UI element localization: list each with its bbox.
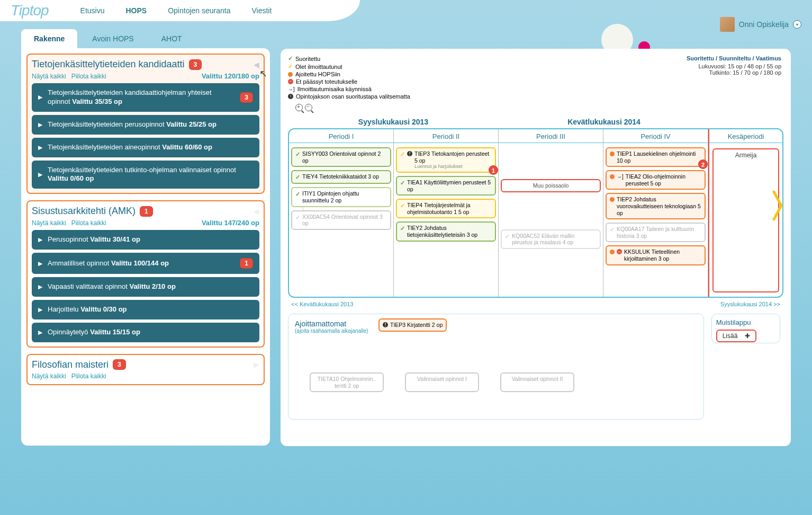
program-sisustus: Sisustusarkkitehti (AMK) 1 ◀ Näytä kaikk… <box>26 200 265 348</box>
selected-count: Valittu 147/240 op <box>202 219 259 227</box>
item-badge: 3 <box>240 92 253 103</box>
summer-content[interactable]: Armeija <box>712 148 779 292</box>
unscheduled-panel: Ajoittamattomat (ajoita raahaamalla aika… <box>288 314 704 420</box>
stats: Suoritettu / Suunniteltu / Vaatimus Luku… <box>687 55 781 76</box>
expand-icon: ▶ <box>38 260 42 267</box>
semester-spring: Kevätlukukausi 2014 <box>499 116 709 128</box>
course-badge: 2 <box>698 159 708 169</box>
expand-icon: ▶ <box>38 171 42 178</box>
unscheduled-course[interactable]: TIETA10 Ohjelmoinnin.. tentti 2 op <box>310 372 384 392</box>
show-all-link[interactable]: Näytä kaikki <box>32 219 66 227</box>
nav-etusivu[interactable]: Etusivu <box>80 6 105 15</box>
show-all-link[interactable]: Näytä kaikki <box>32 73 66 80</box>
nav-hops[interactable]: HOPS <box>126 6 147 15</box>
period-3: Periodi III Muu poissaolo✓KQ00AC52 Elävä… <box>499 129 603 297</box>
user-badge[interactable]: Onni Opiskelija ▾ <box>720 17 801 32</box>
course-card[interactable]: ✓!TIEP3 Tietokantojen perusteet 5 opLuen… <box>396 147 496 173</box>
period-summer: Kesäperiodi Armeija <box>708 129 782 297</box>
expand-icon: ▶ <box>38 94 42 101</box>
course-card[interactable]: ✓KQ00AA17 Taiteen ja kulttuurin historia… <box>606 223 706 242</box>
program-item[interactable]: ▶Ammatilliset opinnot Valittu 100/144 op… <box>32 253 259 274</box>
app-logo: Tiptop <box>11 2 49 19</box>
program-item[interactable]: ▶Harjoittelu Valittu 0/30 op <box>32 300 259 319</box>
avatar <box>720 17 735 32</box>
tab-avoin-hops[interactable]: Avoin HOPS <box>79 29 146 48</box>
course-card[interactable]: Muu poissaolo <box>501 179 601 192</box>
expand-icon: ▶ <box>38 306 42 313</box>
nav-seuranta[interactable]: Opintojen seuranta <box>168 6 230 15</box>
username: Onni Opiskelija <box>739 20 789 29</box>
item-badge: 1 <box>240 258 253 269</box>
course-card[interactable]: ✓TIEY2 Johdatus tietojenkäsittelytieteis… <box>396 221 496 241</box>
course-badge: 1 <box>489 165 498 175</box>
period-2: Periodi II ✓!TIEP3 Tietokantojen peruste… <box>394 129 499 297</box>
expand-icon: ▶ <box>38 283 42 290</box>
course-card[interactable]: ✓TIEA1 Käyttöliittymien perusteet 5 op <box>396 176 496 196</box>
calendar-panel: ✓Suoritettu ✓Olet ilmoittautunut Ajoitet… <box>281 49 791 446</box>
course-card[interactable]: TIEP1 Lausekielinen ohjelmointi 10 op2 <box>606 147 706 167</box>
program-kandidaatti: Tietojenkäsittelytieteiden kandidaatti 3… <box>26 54 265 194</box>
cursor-icon: ↖ <box>259 68 267 79</box>
course-card[interactable]: −KKSULUK Tieteellinen kirjoittaminen 3 o… <box>606 245 706 265</box>
program-item[interactable]: ▶Vapaasti valittavat opinnot Valittu 2/1… <box>32 277 259 297</box>
program-badge: 3 <box>113 359 126 370</box>
program-item[interactable]: ▶Opinnäytetyö Valittu 15/15 op <box>32 323 259 342</box>
course-card[interactable]: ✓XX00AC54 Orientoivat opinnot 3 op <box>291 210 391 230</box>
unscheduled-course[interactable]: Valinnaiset opinnot II <box>500 372 574 392</box>
tab-ahot[interactable]: AHOT <box>149 29 195 48</box>
course-card[interactable]: →]TIEA2 Olio-ohjelmoinnin perusteet 5 op <box>606 170 706 190</box>
collapse-icon[interactable]: ▶ <box>254 360 259 369</box>
program-item[interactable]: ▶Tietojenkäsittelytieteiden aineopinnot … <box>32 138 259 157</box>
program-badge: 3 <box>189 59 202 70</box>
selected-count: Valittu 120/180 op <box>202 72 259 80</box>
prev-semester-link[interactable]: << Kevätlukukausi 2013 <box>291 301 353 307</box>
program-badge: 1 <box>140 206 153 217</box>
show-all-link[interactable]: Näytä kaikki <box>32 372 66 380</box>
tab-rakenne[interactable]: Rakenne <box>21 29 77 48</box>
period-1: Periodi I ✓SISYY003 Orientoivat opinnot … <box>289 129 394 297</box>
course-card[interactable]: TIEP2 Johdatus vuorovaikutteiseen teknol… <box>606 193 706 219</box>
program-title: Filosofian maisteri <box>32 359 109 370</box>
user-dropdown-icon[interactable]: ▾ <box>793 20 801 29</box>
note-panel: Muistilappu Lisää✚ <box>711 314 780 343</box>
warning-icon: ! <box>407 151 412 156</box>
semester-autumn: Syyslukukausi 2013 <box>288 116 499 128</box>
course-card[interactable]: ✓KQ00AC52 Elävän mallin piirustus ja maa… <box>501 229 601 249</box>
course-card[interactable]: ✓TIEY4 Tietotekniikkataidot 3 op <box>291 170 391 184</box>
program-title: Sisustusarkkitehti (AMK) <box>32 206 136 217</box>
hide-all-link[interactable]: Piilota kaikki <box>71 372 106 380</box>
hide-all-link[interactable]: Piilota kaikki <box>71 219 106 227</box>
course-card[interactable]: ✓ITIY1 Opintojen ohjattu suunnittelu 2 o… <box>291 187 391 207</box>
zoom-controls[interactable] <box>295 104 783 113</box>
hide-all-link[interactable]: Piilota kaikki <box>71 73 106 80</box>
top-nav: Etusivu HOPS Opintojen seuranta Viestit <box>80 6 272 15</box>
warning-icon: ! <box>383 322 388 327</box>
course-card[interactable]: !TIEP3 Kirjatentti 2 op <box>378 318 447 332</box>
program-item[interactable]: ▶Tietojenkäsittelytieteiden perusopinnot… <box>32 115 259 135</box>
program-item[interactable]: ▶Tietojenkäsittelytieteiden tutkinto-ohj… <box>32 161 259 189</box>
expand-icon: ▶ <box>38 236 42 243</box>
expand-icon: ▶ <box>38 329 42 336</box>
zoom-out-icon[interactable] <box>305 104 312 111</box>
structure-panel: Tietojenkäsittelytieteiden kandidaatti 3… <box>21 48 270 446</box>
zoom-in-icon[interactable] <box>295 104 303 111</box>
denied-icon: − <box>617 249 622 254</box>
unscheduled-course[interactable]: Valinnaiset opinnot I <box>405 372 479 392</box>
expand-icon: ▶ <box>38 144 42 151</box>
collapse-icon[interactable]: ◀ <box>254 60 259 69</box>
period-4: Periodi IV TIEP1 Lausekielinen ohjelmoin… <box>603 129 708 297</box>
add-note-button[interactable]: Lisää✚ <box>716 330 757 342</box>
next-semester-link[interactable]: Syyslukukausi 2014 >> <box>720 301 780 307</box>
nav-viestit[interactable]: Viestit <box>252 6 272 15</box>
plus-icon: ✚ <box>745 332 750 340</box>
calendar-next-icon[interactable] <box>772 190 784 226</box>
course-card[interactable]: ✓TIEP4 Tietojärjestelmät ja ohjelmistotu… <box>396 199 496 218</box>
course-card[interactable]: ✓SISYY003 Orientoivat opinnot 2 op <box>291 147 391 167</box>
expand-icon: ▶ <box>38 121 42 128</box>
program-maisteri: Filosofian maisteri 3 ▶ Näytä kaikki Pii… <box>26 354 265 385</box>
program-title: Tietojenkäsittelytieteiden kandidaatti <box>32 59 185 70</box>
program-item[interactable]: ▶Tietojenkäsittelytieteiden kandidaattio… <box>32 83 259 112</box>
collapse-icon[interactable]: ◀ <box>254 207 259 216</box>
program-item[interactable]: ▶Perusopinnot Valittu 30/41 op <box>32 230 259 250</box>
